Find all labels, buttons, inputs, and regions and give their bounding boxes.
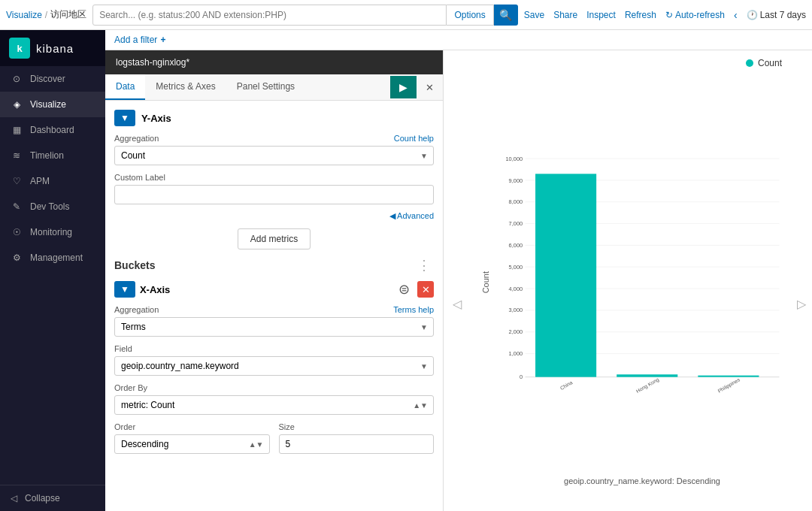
search-icon: 🔍 [499, 9, 512, 21]
sidebar-item-discover[interactable]: ⊙ Discover [0, 66, 105, 92]
collapse-button[interactable]: ◁ Collapse [0, 485, 105, 511]
sidebar-item-monitoring[interactable]: ☉ Monitoring [0, 219, 105, 245]
options-button[interactable]: Options [447, 5, 493, 26]
breadcrumb-visualize[interactable]: Visualize [6, 10, 42, 20]
svg-text:China: China [559, 379, 574, 391]
panel-title: logstash-nginxlog* [116, 57, 189, 68]
svg-text:3,000: 3,000 [509, 307, 523, 313]
refresh-icon: ↻ [665, 10, 673, 20]
y-axis-label: Count [481, 271, 490, 293]
svg-text:10,000: 10,000 [505, 156, 523, 162]
aggregation-select[interactable]: Count Average Sum [114, 146, 434, 165]
tab-data[interactable]: Data [105, 74, 145, 100]
sidebar-item-visualize[interactable]: ◈ Visualize [0, 92, 105, 117]
size-row: Size [279, 422, 435, 454]
custom-label-input[interactable] [114, 185, 434, 204]
x-axis-arrow-icon: ▼ [120, 284, 129, 295]
tab-metrics-axes[interactable]: Metrics & Axes [145, 74, 226, 100]
buckets-heading: Buckets [114, 259, 155, 271]
y-axis-label: Y-Axis [141, 113, 171, 124]
chart-footer: geoip.country_name.keyword: Descending [495, 475, 789, 488]
add-filter-button[interactable]: Add a filter + [114, 35, 165, 45]
sidebar-item-apm[interactable]: ♡ APM [0, 168, 105, 194]
sidebar-item-dashboard[interactable]: ▦ Dashboard [0, 117, 105, 143]
legend-dot [746, 59, 753, 67]
collapse-icon: ◁ [11, 493, 17, 503]
order-by-select[interactable]: metric: Count [114, 395, 434, 415]
chart-nav-right[interactable]: ▷ [797, 297, 806, 311]
apm-icon: ♡ [11, 176, 23, 186]
delete-bucket-button[interactable]: ✕ [417, 281, 434, 298]
bucket-aggregation-row: Aggregation Terms help Terms Date Histog… [114, 305, 434, 337]
size-input[interactable] [279, 434, 435, 454]
tab-bar: Data Metrics & Axes Panel Settings ▶ ✕ [105, 74, 443, 101]
order-select[interactable]: Descending Ascending [114, 434, 270, 454]
clock-icon: 🕐 [747, 10, 758, 20]
add-metrics-button[interactable]: Add metrics [238, 228, 311, 249]
devtools-icon: ✎ [11, 201, 23, 212]
close-tab-button[interactable]: ✕ [417, 77, 443, 98]
run-button[interactable]: ▶ [390, 76, 417, 98]
y-axis-arrow-icon: ▼ [120, 113, 129, 123]
size-label: Size [279, 422, 435, 431]
logo-area: k kibana [0, 30, 105, 66]
svg-text:1,000: 1,000 [509, 350, 523, 357]
logo-text: kibana [36, 42, 74, 55]
filter-bar: Add a filter + [105, 30, 812, 50]
time-range-button[interactable]: 🕐 Last 7 days [747, 10, 806, 20]
chart-nav-left[interactable]: ◁ [453, 297, 462, 311]
x-axis-label: X-Axis [140, 284, 391, 295]
svg-text:0: 0 [520, 373, 523, 380]
svg-text:7,000: 7,000 [509, 220, 523, 227]
breadcrumb-current: 访问地区 [50, 8, 86, 21]
x-axis-badge[interactable]: ▼ [114, 281, 135, 298]
panel-body: ▼ Y-Axis Aggregation Count help [105, 101, 443, 463]
aggregation-row: Aggregation Count help Count Average Sum… [114, 134, 434, 165]
svg-text:5,000: 5,000 [509, 264, 523, 271]
order-label: Order [114, 422, 270, 431]
save-button[interactable]: Save [524, 10, 544, 20]
field-label: Field [114, 344, 434, 353]
visualize-icon: ◈ [11, 99, 23, 110]
auto-refresh-button[interactable]: ↻ Auto-refresh [665, 10, 725, 20]
custom-label-label: Custom Label [114, 173, 434, 182]
dashboard-icon: ▦ [11, 125, 23, 135]
sidebar-item-timelion[interactable]: ≋ Timelion [0, 143, 105, 168]
tab-panel-settings[interactable]: Panel Settings [226, 74, 305, 100]
refresh-button[interactable]: Refresh [625, 10, 656, 20]
monitoring-icon: ☉ [11, 227, 23, 237]
svg-text:8,000: 8,000 [509, 198, 523, 205]
dots-menu[interactable]: ⋮ [414, 257, 434, 274]
legend-label: Count [758, 58, 782, 68]
timelion-icon: ≋ [11, 150, 23, 161]
terms-help-link[interactable]: Terms help [393, 305, 434, 314]
count-help-link[interactable]: Count help [394, 134, 434, 143]
bar-philippines [698, 376, 759, 377]
svg-text:4,000: 4,000 [509, 286, 523, 292]
svg-text:6,000: 6,000 [509, 242, 523, 249]
sidebar-item-devtools[interactable]: ✎ Dev Tools [0, 194, 105, 219]
field-select[interactable]: geoip.country_name.keyword [114, 356, 434, 376]
search-input[interactable] [92, 5, 447, 26]
y-axis-badge[interactable]: ▼ [114, 110, 135, 126]
breadcrumb-separator: / [45, 10, 47, 20]
share-button[interactable]: Share [553, 10, 577, 20]
sidebar-item-management[interactable]: ⚙ Management [0, 245, 105, 271]
bar-china [535, 174, 596, 376]
aggregation-label: Aggregation [114, 134, 159, 143]
discover-icon: ⊙ [11, 74, 23, 84]
search-button[interactable]: 🔍 [494, 5, 518, 26]
sidebar: k kibana ⊙ Discover ◈ Visualize ▦ Dashbo… [0, 30, 105, 511]
logo-icon: k [9, 38, 30, 59]
inspect-button[interactable]: Inspect [586, 10, 616, 20]
advanced-link[interactable]: ◀ Advanced [114, 210, 434, 221]
svg-text:Philippines: Philippines [717, 376, 741, 395]
bucket-aggregation-label: Aggregation [114, 305, 159, 314]
order-by-row: Order By metric: Count ▲▼ [114, 383, 434, 415]
left-panel: logstash-nginxlog* Data Metrics & Axes P… [105, 50, 444, 511]
bucket-aggregation-select[interactable]: Terms Date Histogram Range [114, 317, 434, 337]
nav-left-arrow[interactable]: ‹ [734, 9, 738, 21]
toggle-bucket-button[interactable]: ⊜ [395, 281, 413, 298]
field-row: Field geoip.country_name.keyword ▼ [114, 344, 434, 376]
management-icon: ⚙ [11, 252, 23, 263]
